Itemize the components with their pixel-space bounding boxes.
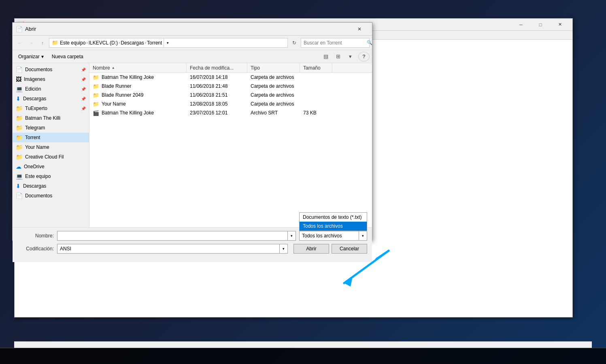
sidebar-icon-4: 📁 [16,105,23,112]
file-row-1[interactable]: 📁 Blade Runner 11/06/2018 21:48 Carpeta … [89,82,372,91]
encoding-label: Codificación: [17,246,54,252]
sidebar-item-documentos-pinned[interactable]: 📄 Documentos 📌 [13,65,89,74]
file-date-0: 16/07/2018 14:18 [187,73,247,82]
file-type-dropdown-button[interactable]: ▾ [359,231,367,241]
sidebar-icon-6: 📁 [16,125,23,131]
search-button[interactable]: 🔍 [367,38,372,47]
file-size-1 [300,82,332,91]
sidebar-icon-3: ⬇ [16,95,21,102]
sidebar-item-documentos[interactable]: 📄 Documentos [13,191,89,201]
file-type-dropdown: Documentos de texto (*.txt) Todos los ar… [299,212,367,231]
sidebar-item-batman[interactable]: 📁 Batman The Killi [13,113,89,123]
file-date-2: 11/06/2018 21:51 [187,91,247,99]
file-icon-0: 📁 [93,74,99,80]
file-size-0 [300,73,332,82]
sidebar-item-onedrive[interactable]: ☁ OneDrive [13,162,89,171]
file-type-3: Carpeta de archivos [247,99,300,108]
dialog-sidebar: 📄 Documentos 📌 🖼 Imágenes 📌 💻 Edición 📌 [13,63,89,227]
sidebar-item-telegram[interactable]: 📁 Telegram [13,123,89,133]
address-path[interactable]: 📁 Este equipo › ILKEVCL (D:) › Descargas… [49,38,288,48]
file-type-select: Todos los archivos ▾ Documentos de texto… [299,231,367,241]
view-list-button[interactable]: ▤ [320,52,332,61]
encoding-input[interactable] [57,244,280,254]
nav-back-button[interactable]: ← [15,38,25,48]
sidebar-icon-12: ⬇ [16,183,21,189]
sidebar-icon-7: 📁 [16,134,23,141]
sidebar-item-imagenes[interactable]: 🖼 Imágenes 📌 [13,74,89,84]
nav-forward-button[interactable]: → [26,38,36,48]
open-dialog: 📄 Abrir ✕ ← → ↑ 📁 Este equipo › ILKEVCL … [12,22,372,241]
file-row-0[interactable]: 📁 Batman The Killing Joke 16/07/2018 14:… [89,73,372,82]
name-label: Nombre: [17,233,54,239]
sidebar-item-descargas-pinned[interactable]: ⬇ Descargas 📌 [13,94,89,104]
view-grid-icon: ⊞ [336,53,340,59]
file-row-2[interactable]: 📁 Blade Runner 2049 11/06/2018 21:51 Car… [89,91,372,99]
notepad-horizontal-scrollbar[interactable] [14,341,592,348]
new-folder-button[interactable]: Nueva carpeta [49,52,87,61]
file-type-0: Carpeta de archivos [247,73,300,82]
dialog-addressbar: ← → ↑ 📁 Este equipo › ILKEVCL (D:) › Des… [13,36,372,50]
dropdown-item-1[interactable]: Todos los archivos [300,222,367,231]
sidebar-icon-1: 🖼 [16,76,21,83]
refresh-button[interactable]: ↻ [289,38,299,48]
filename-input[interactable] [57,231,288,241]
path-folder-icon: 📁 [52,40,58,46]
help-button[interactable]: ? [358,52,370,61]
desktop: 📝 Sin título: Bloc de notas ─ □ ✕ Archiv… [0,0,606,364]
sidebar-item-creative-cloud[interactable]: 📁 Creative Cloud Fil [13,152,89,162]
sidebar-icon-13: 📄 [16,193,23,199]
search-input[interactable] [301,40,367,46]
breadcrumb-item-2: Descargas [121,40,144,46]
file-date-3: 12/08/2018 18:05 [187,99,247,108]
encoding-input-container: ▾ [57,244,288,254]
taskbar [0,348,606,364]
cancel-button[interactable]: Cancelar [332,244,367,254]
encoding-field-row: Codificación: ▾ Abrir Cancelar [17,244,367,254]
sidebar-item-edicion[interactable]: 💻 Edición 📌 [13,84,89,94]
sidebar-icon-5: 📁 [16,115,23,121]
dialog-close-button[interactable]: ✕ [350,23,369,36]
sidebar-item-torrent[interactable]: 📁 Torrent [13,133,89,142]
file-name-3: 📁 Your Name [89,99,187,108]
file-icon-1: 📁 [93,83,99,89]
sidebar-label-12: Descargas [23,183,86,189]
sidebar-label-6: Telegram [25,125,86,131]
open-button[interactable]: Abrir [293,244,329,254]
file-size-3 [300,99,332,108]
dialog-title-left: 📄 Abrir [16,26,36,32]
sort-icon: ▲ [112,66,115,70]
sidebar-item-tuexperto[interactable]: 📁 TuExperto 📌 [13,104,89,113]
address-dropdown-button[interactable]: ▾ [164,38,172,47]
file-row-4[interactable]: 🎬 Batman The Killing Joke 23/07/2016 12:… [89,108,372,117]
col-header-size[interactable]: Tamaño [300,63,332,72]
encoding-dropdown-button[interactable]: ▾ [280,244,288,254]
col-header-name[interactable]: Nombre ▲ [89,63,187,72]
pin-icon-2: 📌 [81,87,86,91]
view-dropdown-button[interactable]: ▾ [344,52,356,61]
file-row-3[interactable]: 📁 Your Name 12/08/2018 18:05 Carpeta de … [89,99,372,108]
pin-icon-4: 📌 [81,106,86,111]
dialog-bottom: Nombre: ▾ Todos los archivos ▾ Documento… [13,227,372,262]
name-field-row: Nombre: ▾ Todos los archivos ▾ Documento… [17,231,367,241]
file-size-4: 73 KB [300,108,332,117]
col-header-type[interactable]: Tipo [247,63,300,72]
file-size-2 [300,91,332,99]
dialog-title-icon: 📄 [16,26,23,32]
sidebar-item-este-equipo[interactable]: 💻 Este equipo [13,171,89,181]
view-list-icon: ▤ [323,53,328,59]
dropdown-item-0[interactable]: Documentos de texto (*.txt) [300,213,367,222]
sidebar-item-descargas[interactable]: ⬇ Descargas [13,181,89,191]
filename-dropdown-button[interactable]: ▾ [288,231,296,241]
sidebar-item-yourname[interactable]: 📁 Your Name [13,142,89,152]
dialog-main: 📄 Documentos 📌 🖼 Imágenes 📌 💻 Edición 📌 [13,63,372,227]
col-header-date[interactable]: Fecha de modifica... [187,63,247,72]
toolbar-right: ▤ ⊞ ▾ ? [320,52,370,61]
file-type-4: Archivo SRT [247,108,300,117]
sidebar-icon-0: 📄 [16,66,23,73]
file-type-2: Carpeta de archivos [247,91,300,99]
view-grid-button[interactable]: ⊞ [332,52,344,61]
organize-button[interactable]: Organizar ▾ [15,52,47,61]
nav-up-button[interactable]: ↑ [38,38,47,48]
sidebar-label-10: OneDrive [24,164,86,169]
file-type-1: Carpeta de archivos [247,82,300,91]
